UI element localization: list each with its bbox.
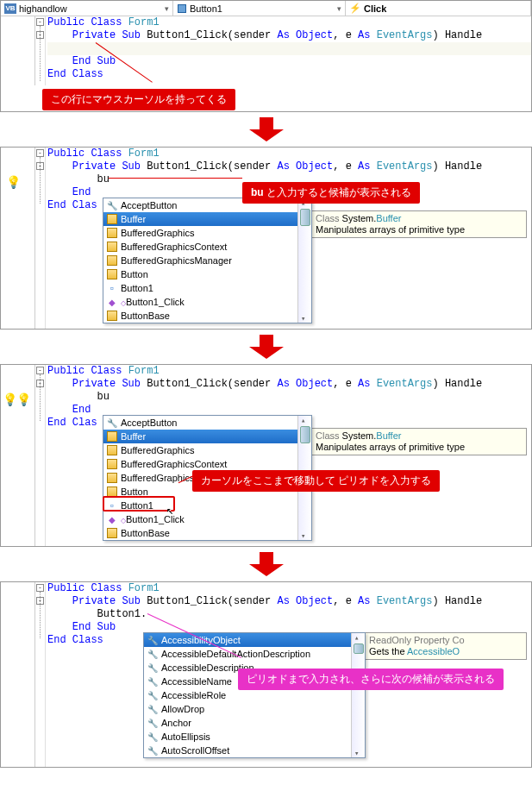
intellisense-list[interactable]: AcceptButton Buffer BufferedGraphics Buf… <box>103 198 297 323</box>
property-icon <box>105 199 119 211</box>
intellisense-tooltip: Class System.Buffer Manipulates arrays o… <box>311 210 527 238</box>
property-icon <box>146 675 160 687</box>
panel-3: 💡 💡 - - Public Class Form1 Private Sub B… <box>0 364 532 547</box>
object-dropdown[interactable]: Button1 ▾ <box>173 1 346 16</box>
outline-column: - - <box>35 148 46 329</box>
intellisense-item[interactable]: Button1 <box>103 499 297 512</box>
class-icon <box>105 430 119 443</box>
intellisense-item[interactable]: BufferedGraphicsContext <box>103 457 297 471</box>
bolt-icon: ⚡ <box>349 3 361 14</box>
dropdown-arrow-icon: ▾ <box>165 4 169 13</box>
intellisense-item[interactable]: BufferedGraphicsContext <box>103 240 297 254</box>
scrollbar[interactable] <box>351 633 365 757</box>
code-line: Public Class Form1 <box>47 148 531 160</box>
intellisense-item[interactable]: Button <box>103 267 297 281</box>
code-line: bu <box>47 391 531 404</box>
object-icon <box>177 3 187 14</box>
property-icon <box>146 731 160 743</box>
code-line: End Class <box>47 68 531 81</box>
class-icon <box>105 486 119 498</box>
project-dropdown[interactable]: VB highandlow ▾ <box>1 1 173 16</box>
callout-4: ピリオドまで入力され、さらに次の候補が表示される <box>238 669 504 690</box>
intellisense-list[interactable]: AccessibilityObject AccessibleDefaultAct… <box>144 633 351 757</box>
vb-icon: VB <box>4 3 16 14</box>
gutter: 💡 💡 <box>1 365 35 546</box>
class-icon <box>105 444 119 456</box>
intellisense-item[interactable]: AcceptButton <box>103 416 297 430</box>
scrollbar[interactable] <box>297 198 311 323</box>
code-line: Public Class Form1 <box>47 365 531 378</box>
intellisense-item[interactable]: AccessibleRole <box>144 688 351 702</box>
lightbulb-icon[interactable]: 💡 <box>3 392 17 406</box>
class-icon <box>105 213 119 225</box>
intellisense-item[interactable]: BufferedGraphics <box>103 226 297 240</box>
class-icon <box>105 472 119 484</box>
intellisense-popup[interactable]: AcceptButton Buffer BufferedGraphics Buf… <box>103 198 312 323</box>
class-icon <box>105 254 119 267</box>
intellisense-tooltip: Class System.Buffer Manipulates arrays o… <box>311 428 527 455</box>
scroll-thumb[interactable] <box>300 209 310 226</box>
event-name: Click <box>364 3 386 14</box>
property-icon <box>146 662 160 674</box>
collapse-icon[interactable]: - <box>36 584 44 592</box>
method-icon <box>105 513 119 525</box>
code-line <box>47 42 531 55</box>
code-line: Private Sub Button1_Click(sender As Obje… <box>47 378 531 391</box>
property-icon <box>105 417 119 429</box>
intellisense-item[interactable]: AllowDrop <box>144 702 351 716</box>
callout-2: bu と入力すると候補が表示される <box>242 182 420 204</box>
property-icon <box>146 744 160 756</box>
class-icon <box>105 268 119 280</box>
intellisense-item[interactable]: ButtonBase <box>103 526 297 540</box>
lightbulb-icon[interactable]: 💡 <box>16 392 31 406</box>
cursor-icon: ↖ <box>166 503 173 517</box>
property-icon <box>146 634 160 646</box>
intellisense-item[interactable]: BufferedGraphics <box>103 443 297 457</box>
intellisense-item[interactable]: Anchor <box>144 716 351 730</box>
event-dropdown[interactable]: ⚡ Click <box>346 1 531 16</box>
panel-1: VB highandlow ▾ Button1 ▾ ⚡ Click - - Pu… <box>0 0 532 112</box>
code-line: Private Sub Button1_Click(sender As Obje… <box>47 160 531 173</box>
collapse-icon[interactable]: - <box>36 149 44 157</box>
class-icon <box>105 241 119 253</box>
intellisense-item[interactable]: AutoScrollOffset <box>144 744 351 757</box>
intellisense-popup[interactable]: AccessibilityObject AccessibleDefaultAct… <box>143 632 366 758</box>
dropdown-arrow-icon: ▾ <box>337 4 341 13</box>
intellisense-item[interactable]: Button1 <box>103 281 297 295</box>
intellisense-item[interactable]: BufferedGraphicsManager <box>103 254 297 267</box>
intellisense-item-selected[interactable]: Buffer <box>103 212 297 226</box>
gutter <box>1 16 35 85</box>
intellisense-tooltip: ReadOnly Property Co Gets the Accessible… <box>365 632 527 660</box>
collapse-icon[interactable]: - <box>36 18 44 26</box>
intellisense-item-selected[interactable]: Buffer <box>103 430 297 443</box>
collapse-icon[interactable]: - <box>36 367 44 374</box>
outline-column: - - <box>35 16 46 85</box>
object-name: Button1 <box>190 3 222 14</box>
outline-column: - - <box>35 582 46 767</box>
code-line: Private Sub Button1_Click(sender As Obje… <box>47 29 531 42</box>
panel-2: 💡 - - Public Class Form1 Private Sub But… <box>0 147 532 330</box>
gutter <box>1 582 35 767</box>
scroll-thumb[interactable] <box>354 643 364 654</box>
class-icon <box>105 527 119 539</box>
scroll-thumb[interactable] <box>300 426 310 443</box>
intellisense-item[interactable]: ButtonBase <box>103 309 297 323</box>
intellisense-item[interactable]: AccessibleDefaultActionDescription <box>144 647 351 661</box>
callout-1: この行にマウスカーソルを持ってくる <box>42 89 235 110</box>
intellisense-item[interactable]: Button1_Click <box>103 295 297 309</box>
project-name: highandlow <box>19 3 67 14</box>
code-lines[interactable]: Public Class Form1 Private Sub Button1_C… <box>46 16 531 85</box>
callout-3: カーソルをここまで移動して ピリオドを入力する <box>192 470 440 492</box>
intellisense-item[interactable]: AutoEllipsis <box>144 730 351 744</box>
property-icon <box>146 717 160 729</box>
gutter: 💡 <box>1 148 35 329</box>
red-arrow-down-icon <box>249 117 284 141</box>
lightbulb-icon[interactable]: 💡 <box>6 175 21 189</box>
intellisense-item[interactable]: Button1_Click <box>103 512 297 526</box>
code-area[interactable]: - - Public Class Form1 Private Sub Butto… <box>1 16 531 85</box>
code-line: End Sub <box>47 55 531 68</box>
red-arrow-down-icon <box>249 335 284 359</box>
intellisense-item-selected[interactable]: AccessibilityObject <box>144 633 351 647</box>
code-line: Button1. <box>47 608 531 621</box>
red-arrow-down-icon <box>249 552 284 576</box>
